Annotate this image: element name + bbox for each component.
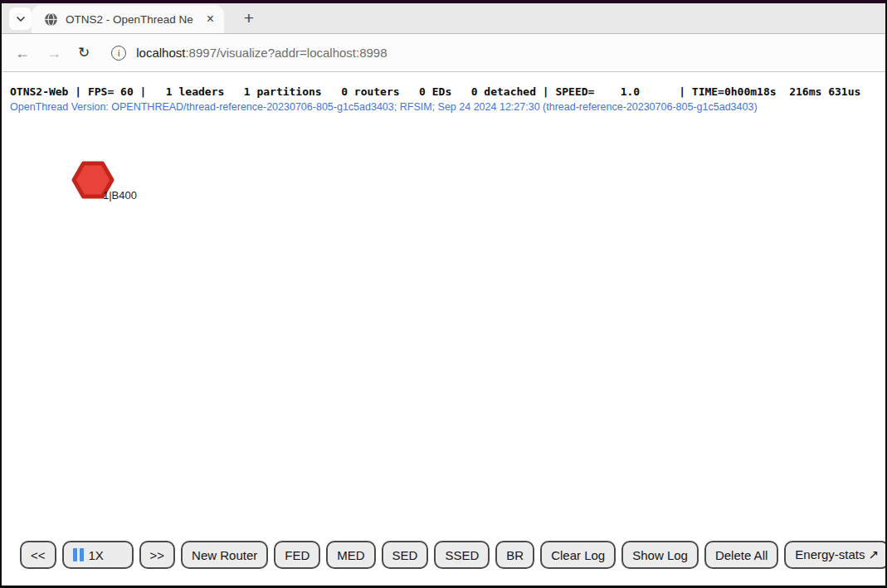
node-label: 1|B400 [103,189,137,202]
tab-close-icon[interactable]: × [205,11,216,27]
openthread-version-line: OpenThread Version: OPENTHREAD/thread-re… [10,101,758,113]
speed-label: 1X [89,548,104,562]
browser-window: OTNS2 - OpenThread Ne × + ← → ↻ i localh… [0,0,887,588]
window-top-border [0,0,887,3]
address-bar: ← → ↻ i localhost:8997/visualize?addr=lo… [2,33,885,72]
energy-stats-button[interactable]: Energy-stats ↗ [784,541,887,569]
add-ssed-button[interactable]: SSED [434,541,490,569]
globe-favicon-icon [44,12,58,27]
add-fed-button[interactable]: FED [274,541,320,569]
new-router-button[interactable]: New Router [181,541,268,569]
forward-icon[interactable]: → [46,46,61,61]
new-tab-button[interactable]: + [236,6,261,31]
delete-all-button[interactable]: Delete All [704,541,778,569]
pause-icon [73,548,84,561]
tab-title: OTNS2 - OpenThread Ne [66,13,198,26]
speed-backward-button[interactable]: << [20,541,56,569]
show-log-button[interactable]: Show Log [621,541,699,569]
url-host: localhost [136,46,185,60]
site-info-icon[interactable]: i [111,46,126,61]
tab-search-button[interactable] [9,7,32,30]
back-icon[interactable]: ← [15,46,30,61]
url-input[interactable]: localhost:8997/visualize?addr=localhost:… [136,46,387,60]
tab-bar: OTNS2 - OpenThread Ne × + [2,3,885,33]
simulation-toolbar: << 1X >> New Router FED MED SED SSED BR … [20,541,887,569]
speed-forward-button[interactable]: >> [139,541,176,569]
add-br-button[interactable]: BR [495,541,534,569]
url-path: :8997/visualize?addr=localhost:8998 [185,46,387,60]
chevron-down-icon [16,16,26,22]
simulation-status-line: OTNS2-Web | FPS= 60 | 1 leaders 1 partit… [10,85,860,98]
clear-log-button[interactable]: Clear Log [540,541,616,569]
add-sed-button[interactable]: SED [382,541,429,569]
pause-speed-button[interactable]: 1X [62,541,134,569]
visualizer-canvas: OTNS2-Web | FPS= 60 | 1 leaders 1 partit… [2,73,885,586]
tab-otns2[interactable]: OTNS2 - OpenThread Ne × [32,5,224,33]
add-med-button[interactable]: MED [326,541,375,569]
reload-icon[interactable]: ↻ [78,46,90,60]
